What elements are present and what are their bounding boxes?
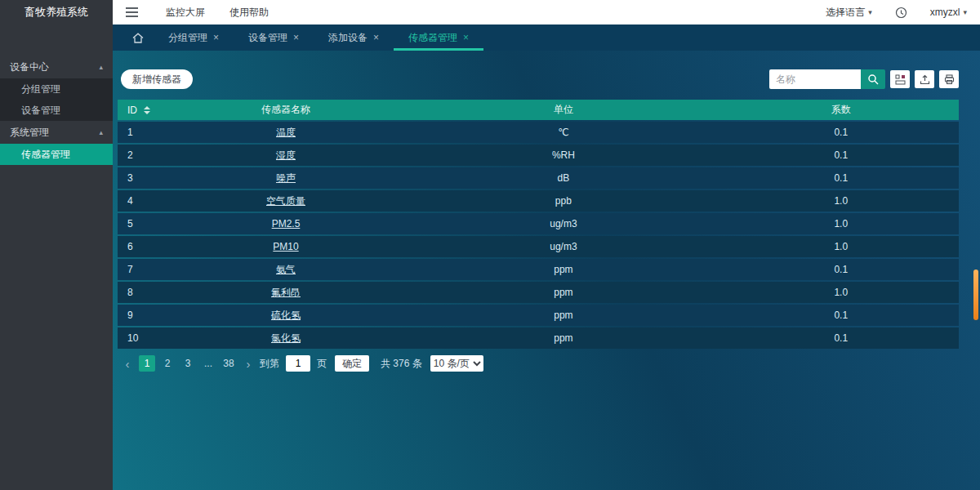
cell-id: 9 bbox=[118, 305, 168, 326]
pagination: ‹ 123...38 › 到第 页 确定 共 376 条 10 条/页 bbox=[121, 355, 959, 372]
app-title: 畜牧养殖系统 bbox=[0, 0, 113, 24]
export-button[interactable] bbox=[915, 70, 934, 88]
table-row: 9 硫化氢 ppm 0.1 bbox=[118, 305, 959, 326]
cell-name: 温度 bbox=[168, 122, 403, 143]
sensor-table: ID 传感器名称 单位 系数 1 温度 ℃ 0.1 2 湿度 %RH 0.1 3 bbox=[118, 98, 959, 350]
toolbar: 新增传感器 bbox=[121, 69, 959, 90]
tab[interactable]: 设备管理 × bbox=[234, 24, 314, 51]
table-row: 6 PM10 ug/m3 1.0 bbox=[118, 236, 959, 257]
cell-id: 6 bbox=[118, 236, 168, 257]
page-list: 123...38 bbox=[139, 355, 237, 372]
sensor-name-link[interactable]: 氟利昂 bbox=[271, 287, 301, 298]
table-row: 3 噪声 dB 0.1 bbox=[118, 167, 959, 189]
cell-id: 1 bbox=[118, 122, 168, 143]
sidebar-toggle-icon[interactable] bbox=[126, 7, 138, 17]
cell-id: 8 bbox=[118, 282, 168, 303]
print-button[interactable] bbox=[939, 70, 959, 88]
search-input[interactable] bbox=[769, 69, 861, 89]
page-button[interactable]: 38 bbox=[220, 355, 237, 372]
cell-unit: ppm bbox=[403, 305, 723, 326]
sensor-name-link[interactable]: 噪声 bbox=[276, 172, 296, 184]
tab-close-icon[interactable]: × bbox=[463, 32, 469, 43]
cell-coef: 0.1 bbox=[724, 122, 959, 143]
page-button[interactable]: ... bbox=[200, 355, 216, 372]
caret-down-icon: ▾ bbox=[963, 8, 967, 16]
user-menu[interactable]: xmyzxl ▾ bbox=[930, 7, 967, 18]
tab-home[interactable] bbox=[122, 24, 154, 51]
columns-grid-button[interactable] bbox=[890, 70, 910, 88]
topnav-item[interactable]: 使用帮助 bbox=[229, 6, 269, 20]
search-button[interactable] bbox=[861, 69, 885, 89]
add-sensor-button[interactable]: 新增传感器 bbox=[121, 69, 193, 89]
cell-unit: ppm bbox=[403, 259, 723, 280]
sensor-name-link[interactable]: 氨气 bbox=[276, 264, 296, 275]
next-page-button[interactable]: › bbox=[242, 357, 255, 371]
page-size-select[interactable]: 10 条/页 bbox=[430, 355, 483, 372]
goto-page-input[interactable] bbox=[286, 355, 310, 372]
topnav-item[interactable]: 监控大屏 bbox=[166, 6, 205, 20]
sidebar-item[interactable]: 分组管理 ▴ bbox=[0, 78, 113, 100]
cell-name: PM10 bbox=[168, 236, 403, 257]
cell-name: 氨气 bbox=[168, 259, 403, 280]
cell-unit: dB bbox=[403, 167, 723, 189]
scrollbar-thumb[interactable] bbox=[973, 270, 978, 320]
sidebar-item[interactable]: 传感器管理 ▴ bbox=[0, 144, 113, 165]
table-row: 10 氯化氢 ppm 0.1 bbox=[118, 327, 959, 349]
language-select[interactable]: 选择语言 ▾ bbox=[826, 6, 872, 20]
sensor-name-link[interactable]: PM2.5 bbox=[272, 218, 301, 229]
column-header-id: ID bbox=[118, 100, 168, 120]
cell-name: 湿度 bbox=[168, 145, 403, 166]
table-row: 7 氨气 ppm 0.1 bbox=[118, 259, 959, 280]
sensor-name-link[interactable]: 湿度 bbox=[276, 149, 296, 161]
cell-id: 4 bbox=[118, 190, 168, 212]
main-area: 监控大屏使用帮助 选择语言 ▾ xmyzxl ▾ bbox=[113, 0, 980, 490]
tab[interactable]: 添加设备 × bbox=[314, 24, 394, 51]
tab-list: 分组管理 × 设备管理 × 添加设备 × 传感器管理 × bbox=[154, 24, 483, 51]
sidebar-item[interactable]: 设备管理 ▴ bbox=[0, 100, 113, 121]
tab[interactable]: 传感器管理 × bbox=[394, 24, 483, 51]
print-icon bbox=[944, 74, 955, 85]
sensor-name-link[interactable]: 硫化氢 bbox=[271, 310, 301, 321]
tab-close-icon[interactable]: × bbox=[213, 32, 219, 43]
topnav: 监控大屏使用帮助 bbox=[166, 6, 269, 20]
tab[interactable]: 分组管理 × bbox=[154, 24, 234, 51]
page-button[interactable]: 1 bbox=[139, 355, 155, 372]
cell-name: 空气质量 bbox=[168, 190, 403, 212]
tabbar: 分组管理 × 设备管理 × 添加设备 × 传感器管理 × bbox=[113, 24, 980, 51]
sensor-name-link[interactable]: 空气质量 bbox=[266, 195, 305, 207]
cell-unit: ug/m3 bbox=[403, 236, 723, 257]
prev-page-button[interactable]: ‹ bbox=[121, 357, 134, 371]
cell-name: 噪声 bbox=[168, 167, 403, 189]
topbar-right: 选择语言 ▾ xmyzxl ▾ bbox=[826, 6, 967, 20]
cell-id: 3 bbox=[118, 167, 168, 189]
cell-coef: 1.0 bbox=[724, 190, 959, 212]
sensor-name-link[interactable]: 氯化氢 bbox=[271, 332, 301, 344]
cell-id: 2 bbox=[118, 145, 168, 166]
page-button[interactable]: 2 bbox=[159, 355, 176, 372]
page-button[interactable]: 3 bbox=[180, 355, 196, 372]
grid-icon bbox=[895, 74, 906, 85]
cell-coef: 0.1 bbox=[724, 305, 959, 326]
sidebar-item[interactable]: 系统管理 ▴ bbox=[0, 121, 113, 144]
sidebar: 畜牧养殖系统 设备中心 ▴ 分组管理 ▴ 设备管理 ▴ 系统管理 ▴ 传感器管理… bbox=[0, 0, 113, 490]
sidebar-nav: 设备中心 ▴ 分组管理 ▴ 设备管理 ▴ 系统管理 ▴ 传感器管理 ▴ bbox=[0, 24, 113, 165]
tab-close-icon[interactable]: × bbox=[373, 32, 379, 43]
sort-icon[interactable] bbox=[144, 106, 150, 114]
confirm-button[interactable]: 确定 bbox=[335, 355, 369, 372]
caret-down-icon: ▾ bbox=[868, 8, 872, 16]
cell-name: 氟利昂 bbox=[168, 282, 403, 303]
sensor-name-link[interactable]: 温度 bbox=[276, 127, 296, 138]
sidebar-item[interactable]: 设备中心 ▴ bbox=[0, 56, 113, 78]
cell-name: 氯化氢 bbox=[168, 327, 403, 349]
tab-close-icon[interactable]: × bbox=[293, 32, 299, 43]
topbar: 监控大屏使用帮助 选择语言 ▾ xmyzxl ▾ bbox=[113, 0, 980, 24]
username: xmyzxl bbox=[930, 7, 960, 18]
goto-label: 到第 bbox=[260, 357, 279, 371]
clock-icon[interactable] bbox=[895, 7, 907, 19]
table-row: 1 温度 ℃ 0.1 bbox=[118, 122, 959, 143]
cell-coef: 0.1 bbox=[724, 259, 959, 280]
sensor-name-link[interactable]: PM10 bbox=[273, 241, 298, 252]
caret-up-icon: ▴ bbox=[99, 63, 103, 71]
cell-coef: 0.1 bbox=[724, 327, 959, 349]
search-icon bbox=[867, 74, 879, 85]
